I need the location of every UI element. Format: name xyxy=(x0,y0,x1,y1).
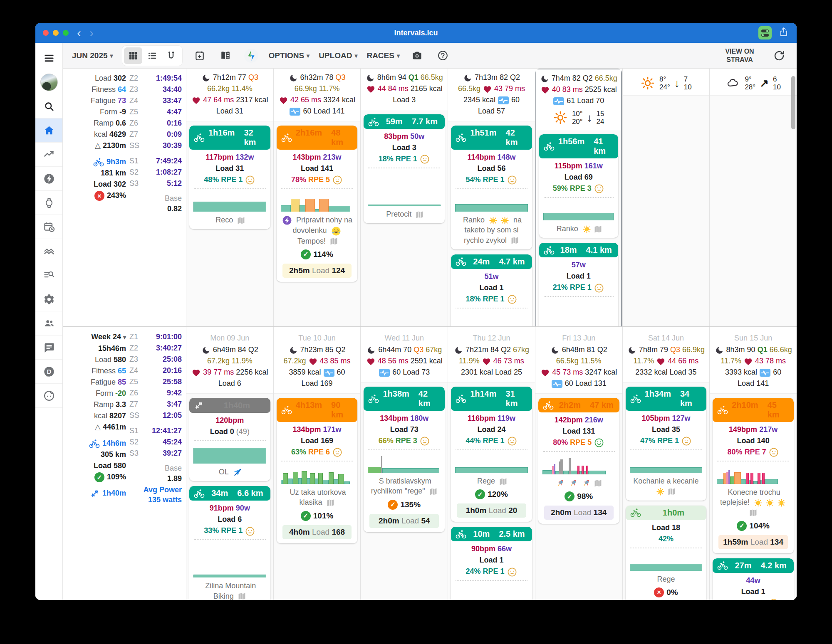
planned-vs-actual-footer: 4h0m Load 168 xyxy=(282,525,352,539)
activity-card[interactable]: 1h38m42 km134bpm 180wLoad 7366% RPE 3 S … xyxy=(364,387,445,532)
help-icon[interactable] xyxy=(435,47,451,64)
day-cell[interactable]: 7h4m 82 Q2 66.5kg 40 83 ms 2525 kcal 61 … xyxy=(535,69,622,326)
refresh-icon[interactable] xyxy=(771,47,787,64)
plan-library-icon[interactable] xyxy=(217,47,234,64)
day-cell[interactable]: 9°28°↗610 xyxy=(709,69,797,326)
options-menu[interactable]: OPTIONS▾ xyxy=(269,51,310,60)
activity-card[interactable]: 1h56m41 km115bpm 161wLoad 6959% RPE 3 Ra… xyxy=(539,134,618,238)
day-cell[interactable]: Mon 09 Jun 6h49m 84 Q267.2kg 11.9% 39 77… xyxy=(186,327,273,600)
map-icon[interactable] xyxy=(594,479,602,487)
rocket-icon xyxy=(581,478,591,488)
activity-card[interactable]: 1h14m31 km116bpm 119wLoad 2444% RPE 1 Re… xyxy=(451,387,532,522)
activity-card[interactable]: 59m7.7 km83bpm 50wLoad 318% RPE 1 Pretoc… xyxy=(364,114,445,223)
route-view-button[interactable] xyxy=(162,47,181,64)
metric-line: Fatigue 85 xyxy=(63,377,126,388)
sidebar-item-search-list[interactable] xyxy=(35,263,62,287)
stats-line: 61 Load 70 xyxy=(537,95,620,106)
sidebar-item-people[interactable] xyxy=(35,311,62,336)
zoom-window-button[interactable] xyxy=(63,30,69,36)
add-event-icon[interactable] xyxy=(191,47,208,64)
card-stat-row: 105bpm 127w xyxy=(629,413,703,424)
day-cell[interactable]: 8°24°↓710 xyxy=(622,69,710,326)
extension-icon[interactable] xyxy=(758,26,772,39)
day-cell[interactable]: Sun 15 Jun 8h3m 90 Q1 66.6kg11.7% 43 78 … xyxy=(709,327,797,600)
map-icon[interactable] xyxy=(499,478,507,486)
activity-card[interactable]: 1h16m32 km117bpm 132wLoad 3148% RPE 1 Re… xyxy=(189,126,270,229)
text-token: 66.9kg xyxy=(682,345,705,354)
sidebar-item-home[interactable] xyxy=(35,118,62,143)
waves-icon xyxy=(43,245,55,257)
day-cell[interactable]: 6h32m 78 Q366.9kg 11.7% 42 65 ms 3324 kc… xyxy=(273,69,361,326)
metric-line: Load 302 xyxy=(63,179,126,190)
month-selector[interactable]: JUN 2025▾ xyxy=(72,51,113,60)
card-stat-row: 42% xyxy=(629,533,703,545)
close-window-button[interactable] xyxy=(43,30,49,36)
sidebar-item-watch[interactable] xyxy=(35,191,62,215)
sidebar-item-waves[interactable] xyxy=(35,239,62,263)
activity-card[interactable]: 2h10m45 km149bpm 217wLoad 14080% RPE 7 K… xyxy=(713,398,794,553)
hrv-icon xyxy=(290,108,300,116)
sidebar-item-settings[interactable] xyxy=(35,287,62,311)
map-icon[interactable] xyxy=(237,217,245,225)
sidebar-item-menu[interactable] xyxy=(35,46,62,70)
activity-card[interactable]: 27m4.2 km44wLoad 116% RPE 1 Zilina Mount… xyxy=(713,558,794,600)
activity-card[interactable]: 2h2m47 km142bpm 216wLoad 13180% RPE 5 ✓9… xyxy=(538,398,619,524)
day-cell[interactable]: 7h13m 82 Q266.5kg 43 79 ms2345 kcal 60Lo… xyxy=(448,69,535,326)
day-cell[interactable]: 7h12m 77 Q366.2kg 11.4% 47 64 ms 2317 kc… xyxy=(186,69,273,326)
text-token: 2130m xyxy=(103,141,126,150)
map-icon[interactable] xyxy=(594,225,602,233)
map-icon[interactable] xyxy=(668,488,676,496)
map-icon[interactable] xyxy=(330,237,338,245)
calendar-view-button[interactable] xyxy=(124,47,142,64)
moon-icon xyxy=(540,74,549,83)
stats-line: 3859 kcal 60 xyxy=(275,367,360,378)
day-cell[interactable]: Thu 12 Jun 7h21m 84 Q2 67kg11.9% 46 73 m… xyxy=(448,327,535,600)
avatar[interactable] xyxy=(35,70,62,94)
activity-card[interactable]: 34m6.6 km91bpm 90wLoad 633% RPE 1 Zilina… xyxy=(189,486,270,600)
activity-card[interactable]: 1h0mLoad 1842%Rege×0% xyxy=(626,506,707,600)
view-on-strava-button[interactable]: VIEW ON STRAVA xyxy=(717,47,763,64)
planned-vs-actual-footer: 2h0m Load 134 xyxy=(544,506,614,520)
day-cell[interactable]: Wed 11 Jun 6h44m 70 Q3 67kg 48 56 ms 259… xyxy=(360,327,448,600)
sidebar-item-search[interactable] xyxy=(35,94,62,118)
minimize-window-button[interactable] xyxy=(53,30,59,36)
races-menu[interactable]: RACES▾ xyxy=(366,51,400,60)
text-token: 109% xyxy=(107,473,126,481)
back-icon[interactable]: ‹ xyxy=(77,27,81,39)
map-icon[interactable] xyxy=(238,592,246,600)
sidebar-item-discord[interactable]: D xyxy=(35,360,62,384)
activity-card[interactable]: 10m2.5 km90bpm 66wLoad 124% RPE 1 Zilina… xyxy=(451,527,532,600)
week-selector[interactable]: Week 24 ▾ xyxy=(63,331,126,343)
map-icon[interactable] xyxy=(511,237,519,244)
metric-line: 14h6m xyxy=(63,438,126,449)
camera-icon[interactable] xyxy=(409,47,426,64)
map-icon[interactable] xyxy=(327,499,334,507)
day-cell[interactable]: Fri 13 Jun 6h48m 81 Q266.5kg 11.5% 45 73… xyxy=(535,327,622,600)
upload-menu[interactable]: UPLOAD▾ xyxy=(319,51,357,60)
activity-card[interactable]: 4h13m90 km134bpm 171wLoad 16963% RPE 6 U… xyxy=(277,398,358,543)
day-cell[interactable]: Tue 10 Jun 7h23m 85 Q267.2kg 43 85 ms385… xyxy=(273,327,361,600)
day-cell[interactable]: Sat 14 Jun 7h8m 79 Q3 66.9kg11.7% 44 66 … xyxy=(622,327,710,600)
activity-card[interactable]: 1h34m34 km105bpm 127wLoad 3547% RPE 1 Ko… xyxy=(626,387,707,501)
activity-card[interactable]: 18m4.1 km57wLoad 121% RPE 1 Koper Road C… xyxy=(539,243,618,326)
sidebar-item-trending[interactable] xyxy=(35,143,62,167)
activity-card[interactable]: 24m4.7 km51wLoad 118% RPE 1 Koper Road C… xyxy=(451,254,532,326)
forward-icon[interactable]: › xyxy=(89,27,94,39)
intervals-logo-icon[interactable] xyxy=(243,47,260,64)
sidebar-item-calendar-clock[interactable] xyxy=(35,215,62,239)
sidebar-item-power[interactable] xyxy=(35,167,62,191)
scrollbar-thumb[interactable] xyxy=(791,76,795,129)
list-view-button[interactable] xyxy=(143,47,161,64)
sidebar-item-face[interactable] xyxy=(35,384,62,408)
map-icon[interactable] xyxy=(416,211,423,219)
map-icon[interactable] xyxy=(749,509,757,517)
activity-card[interactable]: 2h16m48 km143bpm 213wLoad 14178% RPE 5 P… xyxy=(277,126,358,282)
activity-card[interactable]: 1h51m42 km114bpm 148wLoad 5654% RPE 1 Ra… xyxy=(451,126,532,249)
map-icon[interactable] xyxy=(429,488,437,496)
day-stats: Wed 11 Jun 6h44m 70 Q3 67kg 48 56 ms 259… xyxy=(361,327,448,382)
activity-card[interactable]: 1h40m120bpmLoad 0 (49)OL xyxy=(189,398,270,481)
text-token: Load 31 xyxy=(216,107,243,115)
day-cell[interactable]: 8h6m 94 Q1 66.5kg 44 84 ms 2165 kcalLoad… xyxy=(360,69,448,326)
share-icon[interactable] xyxy=(778,27,789,39)
sidebar-item-chat[interactable] xyxy=(35,336,62,360)
